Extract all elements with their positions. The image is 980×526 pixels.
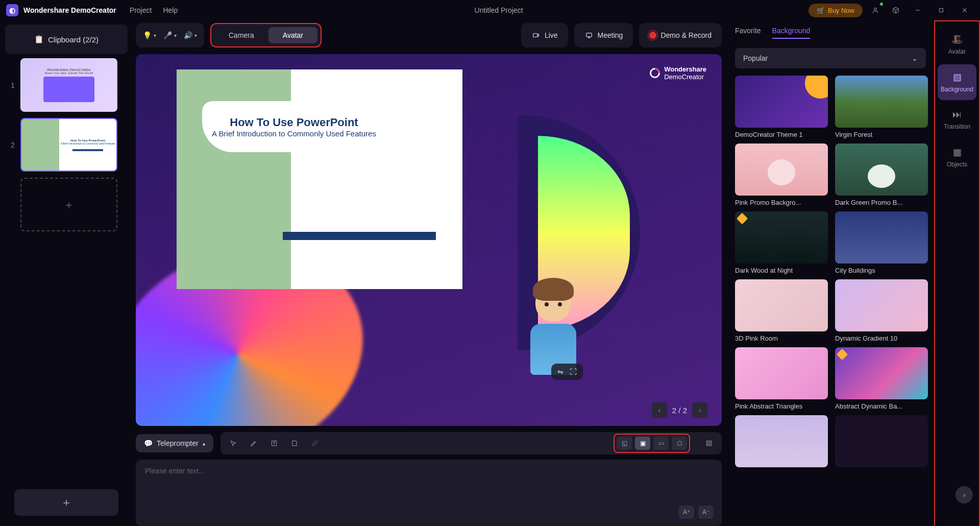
teleprompter-textarea[interactable]: Please enter text... A⁺ A⁻ (136, 460, 722, 526)
avatar-controls: ⇋ ⛶ (551, 364, 583, 380)
fullscreen-icon[interactable]: ⛶ (570, 368, 577, 376)
text-tool[interactable] (268, 438, 280, 449)
shapes-tool[interactable] (309, 438, 321, 449)
rail-avatar[interactable]: 🎩 Avatar (938, 27, 976, 62)
demo-record-button[interactable]: Demo & Record (639, 23, 722, 47)
premium-badge-icon (737, 213, 748, 225)
slide-counter: 2 / 2 (672, 406, 687, 415)
background-label: Dark Wood at Night (735, 267, 828, 274)
cursor-tool[interactable] (228, 438, 239, 449)
layout-pip-button[interactable]: ◱ (617, 437, 632, 450)
background-label: DemoCreator Theme 1 (735, 131, 828, 138)
background-item[interactable]: Pink Abstract Triangles (735, 347, 828, 410)
close-button[interactable] (955, 2, 974, 18)
background-item[interactable]: Dark Wood at Night (735, 211, 828, 274)
mic-icon[interactable]: 🎤▾ (163, 31, 177, 39)
svg-rect-1 (940, 9, 943, 12)
svg-rect-8 (709, 441, 712, 443)
background-item[interactable]: 3D Pink Room (735, 279, 828, 342)
background-filter-dropdown[interactable]: Popular ⌄ (735, 48, 926, 68)
background-label: Dynamic Gradient 10 (835, 334, 928, 342)
rail-objects-label: Objects (947, 161, 968, 168)
background-icon: ▧ (953, 71, 962, 83)
background-item[interactable]: Abstract Dynamic Ba... (835, 347, 928, 410)
ppt-subtitle: A Brief Introduction to Commonly Used Fe… (212, 129, 376, 138)
background-label: Pink Abstract Triangles (735, 402, 828, 410)
teleprompter-placeholder: Please enter text... (145, 467, 205, 475)
package-icon[interactable] (888, 3, 903, 18)
mirror-icon[interactable]: ⇋ (557, 368, 564, 376)
background-item[interactable]: Dark Green Promo B... (835, 144, 928, 206)
slide-thumbnail-2[interactable]: How To Use PowerPoint A Brief Introducti… (20, 118, 117, 172)
svg-rect-9 (706, 444, 708, 446)
live-button[interactable]: Live (521, 23, 568, 47)
svg-rect-3 (586, 33, 592, 37)
slide-thumbnail-1[interactable]: Wondershare DemoCreator Share Your Idea,… (20, 58, 117, 112)
next-slide-button[interactable]: › (692, 402, 707, 418)
background-item[interactable]: Virgin Forest (835, 76, 928, 138)
menu-project[interactable]: Project (130, 6, 152, 14)
layout-speaker-button[interactable]: ▣ (635, 437, 650, 450)
camera-mode-button[interactable]: Camera (214, 27, 268, 43)
live-label: Live (545, 31, 558, 39)
rail-avatar-label: Avatar (948, 48, 966, 55)
rail-background-label: Background (941, 86, 973, 93)
rail-background[interactable]: ▧ Background (938, 64, 976, 100)
tab-background[interactable]: Background (772, 27, 811, 39)
background-label: Virgin Forest (835, 131, 928, 138)
expand-button[interactable]: › (955, 486, 973, 504)
grid-icon[interactable] (703, 438, 715, 449)
watermark: Wondershare DemoCreator (650, 65, 706, 81)
ppt-title: How To Use PowerPoint (230, 116, 358, 129)
note-tool[interactable] (289, 438, 300, 449)
clipboard-icon: 📋 (34, 35, 44, 44)
premium-badge-icon (837, 349, 848, 361)
idea-icon[interactable]: 💡▾ (143, 31, 156, 39)
clipboard-header[interactable]: 📋 Clipboard (2/2) (5, 25, 128, 54)
add-button[interactable]: ＋ (14, 489, 118, 516)
buy-now-button[interactable]: 🛒 Buy Now (808, 4, 863, 17)
layout-full-button[interactable]: ▭ (653, 437, 669, 450)
svg-rect-10 (709, 444, 712, 446)
font-increase-button[interactable]: A⁺ (679, 506, 694, 519)
account-icon[interactable] (868, 3, 883, 18)
minimize-button[interactable] (909, 2, 927, 18)
speaker-icon[interactable]: 🔊▾ (184, 31, 197, 39)
filter-label: Popular (743, 54, 768, 62)
background-label: City Buildings (835, 267, 928, 274)
layout-avatar-button[interactable]: ☖ (672, 437, 687, 450)
demo-label: Demo & Record (660, 31, 712, 39)
teleprompter-toggle[interactable]: 💬 Teleprompter ▴ (136, 434, 213, 452)
background-label: Dark Green Promo B... (835, 199, 928, 206)
preview-canvas[interactable]: How To Use PowerPoint A Brief Introducti… (136, 54, 722, 426)
camera-avatar-toggle: Camera Avatar (210, 23, 322, 47)
svg-rect-7 (706, 441, 708, 443)
background-item[interactable]: Dynamic Gradient 10 (835, 279, 928, 342)
teleprompter-icon: 💬 (144, 439, 153, 447)
rail-transition[interactable]: ⏭ Transition (938, 102, 976, 137)
svg-point-6 (315, 441, 317, 443)
avatar-mode-button[interactable]: Avatar (268, 27, 317, 43)
svg-rect-5 (312, 443, 315, 446)
background-item[interactable] (835, 415, 928, 470)
meeting-button[interactable]: Meeting (574, 23, 633, 47)
layout-selector-group: ◱ ▣ ▭ ☖ (614, 434, 690, 453)
menu-help[interactable]: Help (163, 6, 178, 14)
background-item[interactable]: DemoCreator Theme 1 (735, 76, 828, 138)
pen-tool[interactable] (248, 438, 259, 449)
background-item[interactable]: City Buildings (835, 211, 928, 274)
app-logo: ◐ (6, 4, 18, 16)
tab-favorite[interactable]: Favorite (735, 27, 761, 39)
background-item[interactable] (735, 415, 828, 470)
background-label: Pink Promo Backgro... (735, 199, 828, 206)
project-title: Untitled Project (189, 6, 808, 14)
svg-point-0 (874, 8, 877, 10)
background-item[interactable]: Pink Promo Backgro... (735, 144, 828, 206)
objects-icon: ▦ (953, 147, 962, 158)
add-slide-button[interactable]: ＋ (20, 178, 117, 231)
rail-objects[interactable]: ▦ Objects (938, 139, 976, 175)
prev-slide-button[interactable]: ‹ (652, 402, 667, 418)
chevron-up-icon: ▴ (203, 441, 205, 446)
font-decrease-button[interactable]: A⁻ (698, 506, 714, 519)
maximize-button[interactable] (932, 2, 950, 18)
